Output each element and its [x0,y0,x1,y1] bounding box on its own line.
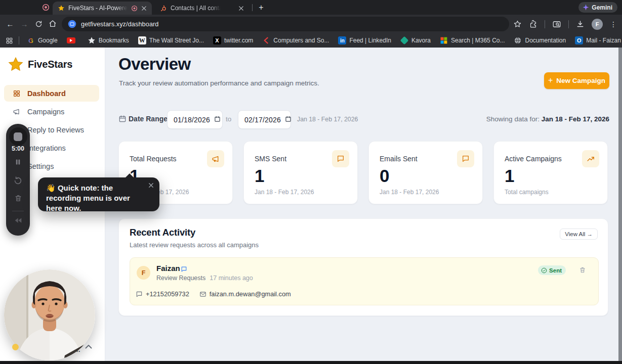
plus-icon: + [548,76,553,85]
download-icon[interactable] [576,20,585,28]
search-tabs-icon[interactable] [552,20,561,29]
trend-up-icon [582,150,599,167]
forward-icon[interactable]: → [17,20,31,28]
gemini-button[interactable]: Gemini [578,2,617,13]
delete-activity-icon[interactable] [579,266,586,276]
browser-tab-strip: FiveStars - AI-Powered Re Contacts | All… [0,0,622,15]
new-tab-button[interactable]: + [256,3,266,13]
toolbar-divider [545,20,545,28]
youtube-icon [67,37,75,43]
stat-card-active-campaigns: Active Campaigns 1 Total campaigns [493,141,608,204]
date-range-label: Date Range: [129,115,170,123]
brand-name: FiveStars [28,59,72,70]
trash-icon[interactable] [6,194,30,202]
stat-value: 1 [505,166,514,186]
rewind-icon[interactable] [6,216,30,224]
gemini-sparkle-icon [583,4,589,11]
bookmark-google[interactable]: GGoogle [23,35,61,46]
bookmark-twitter[interactable]: Xtwitter.com [210,35,257,46]
calendar-icon [118,115,127,125]
bookmark-kavora[interactable]: Kavora [397,35,434,46]
reaction-emoji-icon[interactable] [12,344,19,350]
end-date-input[interactable]: 02/17/2026 [238,110,291,129]
chevron-up-icon[interactable] [85,342,92,351]
close-icon[interactable] [148,183,154,188]
contact-phone: +12152059732 [146,290,189,298]
sidebar-item-dashboard[interactable]: Dashboard [4,85,99,102]
pause-icon[interactable] [6,158,30,166]
microsoft-icon [440,36,448,44]
webcam-options-icon[interactable]: … [74,346,81,353]
megaphone-icon [12,108,21,116]
address-bar[interactable]: getfivestars.xyz/dashboard [62,17,509,31]
stat-subtitle: Jan 18 - Feb 17, 2026 [255,189,314,196]
bookmarks-divider [19,36,19,44]
sidebar-item-label: Integrations [27,144,66,152]
bookmark-star-icon[interactable] [513,20,522,28]
restart-icon[interactable] [6,176,30,186]
sidebar-item-campaigns[interactable]: Campaigns [4,103,99,120]
red-chevron-icon [262,36,270,44]
avatar: F [137,266,150,280]
megaphone-icon [207,150,224,167]
bookmark-youtube[interactable] [63,36,82,45]
tab-close-icon[interactable] [238,6,244,11]
bookmark-computers[interactable]: Computers and So... [259,35,333,46]
calendar-picker-icon[interactable] [285,115,292,124]
bookmark-documentation[interactable]: Documentation [510,35,569,46]
window-bottom-edge [0,361,622,364]
chat-bubble-icon [181,265,187,275]
tooltip-arrow [125,173,134,178]
profile-avatar[interactable]: F [592,19,603,30]
apps-grid-icon[interactable] [4,37,15,44]
contact-name: Faizan [156,264,180,272]
brand[interactable]: FiveStars [8,57,72,72]
browser-toolbar: ← → getfivestars.xyz/dashboard F ⋮ [0,15,622,33]
reload-icon[interactable] [31,20,46,28]
tab-contacts[interactable]: Contacts | All contacts [155,2,249,15]
recording-indicator-icon [42,4,50,11]
view-all-button[interactable]: View All → [560,229,598,240]
chat-bubble-icon [332,150,349,167]
bookmarks-bar: GGoogle Bookmarks WThe Wall Street Jo...… [0,33,622,48]
sidebar-item-label: Dashboard [27,89,66,98]
bookmark-linkedin[interactable]: inFeed | LinkedIn [335,35,395,46]
chat-bubble-icon [457,150,474,167]
contact-email: faizan.m.dewan@gmail.com [210,290,291,298]
kavora-icon [400,36,408,44]
bookmark-wsj[interactable]: WThe Wall Street Jo... [135,35,208,46]
status-badge: Sent [538,265,566,275]
sidebar-item-label: Settings [27,162,54,170]
main-content: Overview Track your review automation pe… [105,48,622,364]
recording-menu: 5:00 [6,124,30,236]
sidebar-item-label: Reply to Reviews [27,126,84,134]
back-icon[interactable]: ← [3,20,17,28]
tab-title: FiveStars - AI-Powered Re [68,5,128,12]
globe-icon [514,36,522,44]
showing-data-text: Showing data for: Jan 18 - Feb 17, 2026 [486,115,609,123]
start-date-input[interactable]: 01/18/2026 [167,110,223,129]
tab-separator [252,4,253,11]
page-scrollbar[interactable] [618,48,622,364]
date-range-row: Date Range: 01/18/2026 to 02/17/2026 Jan… [105,110,622,129]
stop-recording-button[interactable] [9,127,27,146]
tab-fivestars[interactable]: FiveStars - AI-Powered Re [53,2,152,15]
hubspot-favicon-icon [160,5,167,12]
home-icon[interactable] [46,20,60,28]
chrome-menu-icon[interactable]: ⋮ [610,20,617,28]
date-range-hint: Jan 18 - Feb 17, 2026 [297,116,358,123]
stat-value: 0 [380,166,389,186]
tab-share-icon [68,20,76,28]
new-campaign-button[interactable]: + New Campaign [544,72,609,89]
bookmark-mail[interactable]: OMail - Faizan Muha... [571,35,622,46]
star-icon [88,36,96,44]
activity-row[interactable]: F Faizan Review Requests17 minutes ago +… [130,257,599,305]
fivestars-logo-icon [8,57,23,72]
extensions-icon[interactable] [529,20,537,28]
recent-activity-title: Recent Activity [130,227,195,238]
tab-close-icon[interactable] [141,6,147,11]
activity-time: 17 minutes ago [210,275,253,282]
bookmark-m365[interactable]: Search | M365 Co... [436,35,509,46]
calendar-picker-icon[interactable] [214,115,221,124]
bookmark-bookmarks[interactable]: Bookmarks [84,35,133,46]
